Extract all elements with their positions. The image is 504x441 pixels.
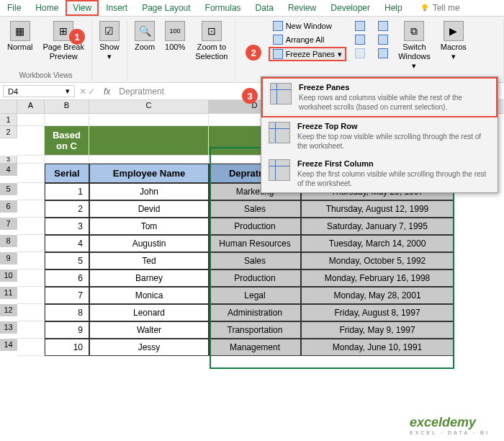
zoom-button[interactable]: 🔍 Zoom xyxy=(130,19,159,81)
cell-dept[interactable]: Transportation xyxy=(209,321,301,339)
cell-dept[interactable]: Production xyxy=(209,270,301,287)
switch-windows-button[interactable]: ⧉ Switch Windows▾ xyxy=(394,19,435,81)
cell-name[interactable]: Jessy xyxy=(89,339,209,356)
cell-serial[interactable]: 10 xyxy=(45,339,89,356)
freeze-panes-option[interactable]: Freeze PanesKeep rows and columns visibl… xyxy=(261,77,498,117)
freeze-top-row-option[interactable]: Freeze Top RowKeep the top row visible w… xyxy=(261,117,498,155)
col-header-B[interactable]: B xyxy=(45,100,89,113)
cell-serial[interactable]: 6 xyxy=(45,270,89,287)
row-header-8[interactable]: 8 xyxy=(0,235,17,247)
callout-2: 2 xyxy=(246,45,261,61)
cell-serial[interactable]: 5 xyxy=(45,252,89,270)
cell-date[interactable]: Friday, May 9, 1997 xyxy=(301,321,454,339)
cell-dept[interactable]: Sales xyxy=(209,200,301,218)
hide-button[interactable] xyxy=(351,33,369,46)
cell-name[interactable]: Leonard xyxy=(89,304,209,321)
cell-serial[interactable]: 1 xyxy=(45,183,89,200)
cell-date[interactable]: Tuesday, March 14, 2000 xyxy=(301,235,454,252)
cell-name[interactable]: Walter xyxy=(89,321,209,339)
freeze-panes-button[interactable]: Freeze Panes▾ xyxy=(269,47,346,61)
tab-file[interactable]: File xyxy=(0,0,28,16)
cell-date[interactable]: Monday, October 5, 1992 xyxy=(301,252,454,270)
row-header-3[interactable]: 3 xyxy=(0,156,17,164)
cell-dept[interactable]: Administration xyxy=(209,304,301,321)
cell-serial[interactable]: 8 xyxy=(45,304,89,321)
cell-date[interactable]: Thursday, August 12, 1999 xyxy=(301,200,454,218)
sync-scroll-button[interactable] xyxy=(374,33,392,46)
cell-name[interactable]: Tom xyxy=(89,218,209,235)
freeze-first-column-option[interactable]: Freeze First ColumnKeep the first column… xyxy=(261,155,498,192)
cell[interactable] xyxy=(17,114,45,126)
cell-serial[interactable]: 9 xyxy=(45,321,89,339)
cell-name[interactable]: Augustin xyxy=(89,235,209,252)
tab-developer[interactable]: Developer xyxy=(323,0,377,16)
fx-button[interactable]: fx xyxy=(104,86,110,97)
zoom-to-selection-button[interactable]: ⊡ Zoom to Selection xyxy=(191,19,232,81)
row-header-10[interactable]: 10 xyxy=(0,270,17,282)
header-name[interactable]: Employee Name xyxy=(89,164,209,183)
zoom-100-button[interactable]: 100 100% xyxy=(161,19,189,81)
cell-serial[interactable]: 7 xyxy=(45,287,89,304)
tab-data[interactable]: Data xyxy=(248,0,281,16)
cell-name[interactable]: Barney xyxy=(89,270,209,287)
cell-date[interactable]: Friday, August 8, 1997 xyxy=(301,304,454,321)
new-window-button[interactable]: New Window xyxy=(269,19,346,32)
col-header-A[interactable]: A xyxy=(17,100,45,113)
chevron-down-icon[interactable]: ▾ xyxy=(66,86,70,96)
macros-button[interactable]: ▶ Macros▾ xyxy=(436,19,471,81)
cell-dept[interactable]: Human Resources xyxy=(209,235,301,252)
cell-date[interactable]: Monday, June 10, 1991 xyxy=(301,339,454,356)
page-break-preview-button[interactable]: ⊞ Page Break Preview xyxy=(38,19,88,71)
row-header-5[interactable]: 5 xyxy=(0,183,17,195)
cell[interactable] xyxy=(45,114,89,126)
tab-formulas[interactable]: Formulas xyxy=(198,0,248,16)
cell-name[interactable]: John xyxy=(89,183,209,200)
row-header-13[interactable]: 13 xyxy=(0,321,17,334)
cell-date[interactable]: Saturday, January 7, 1995 xyxy=(301,218,454,235)
enter-icon[interactable]: ✓ xyxy=(88,86,95,97)
row-header-12[interactable]: 12 xyxy=(0,304,17,316)
row-header-6[interactable]: 6 xyxy=(0,200,17,213)
cell-date[interactable]: Monday, February 16, 1998 xyxy=(301,270,454,287)
row-header-11[interactable]: 11 xyxy=(0,287,17,299)
view-side-button[interactable] xyxy=(374,19,392,32)
cell-serial[interactable]: 2 xyxy=(45,200,89,218)
cell-dept[interactable]: Sales xyxy=(209,252,301,270)
row-header-9[interactable]: 9 xyxy=(0,252,17,264)
tab-home[interactable]: Home xyxy=(28,0,66,16)
row-header-7[interactable]: 7 xyxy=(0,218,17,230)
tab-review[interactable]: Review xyxy=(281,0,323,16)
cell-name[interactable]: Ted xyxy=(89,252,209,270)
cell-name[interactable]: Monica xyxy=(89,287,209,304)
cell-serial[interactable]: 4 xyxy=(45,235,89,252)
row-header-4[interactable]: 4 xyxy=(0,164,17,176)
cell-dept[interactable]: Legal xyxy=(209,287,301,304)
title-band[interactable]: Based on C xyxy=(45,126,89,156)
row-header-2[interactable]: 2 xyxy=(0,126,17,138)
tab-help[interactable]: Help xyxy=(377,0,410,16)
cell-name[interactable]: Devid xyxy=(89,200,209,218)
normal-view-button[interactable]: ▦ Normal xyxy=(3,19,37,71)
cell[interactable] xyxy=(17,126,45,156)
header-serial[interactable]: Serial xyxy=(45,164,89,183)
unhide-button[interactable] xyxy=(351,47,369,60)
reset-window-button[interactable] xyxy=(374,47,392,60)
arrange-all-button[interactable]: Arrange All xyxy=(269,33,346,46)
cell[interactable] xyxy=(89,114,209,126)
split-button[interactable] xyxy=(351,19,369,32)
row-header-1[interactable]: 1 xyxy=(0,114,17,126)
tell-me-search[interactable]: Tell me xyxy=(413,0,467,16)
select-all-triangle[interactable] xyxy=(0,100,17,113)
cell-dept[interactable]: Management xyxy=(209,339,301,356)
col-header-C[interactable]: C xyxy=(89,100,209,113)
cell-date[interactable]: Monday, May 28, 2001 xyxy=(301,287,454,304)
tab-page-layout[interactable]: Page Layout xyxy=(135,0,197,16)
name-box[interactable]: D4 ▾ xyxy=(3,85,75,97)
cell-dept[interactable]: Production xyxy=(209,218,301,235)
cell-serial[interactable]: 3 xyxy=(45,218,89,235)
cancel-icon[interactable]: ✕ xyxy=(79,86,86,97)
row-header-14[interactable]: 14 xyxy=(0,339,17,351)
tab-insert[interactable]: Insert xyxy=(99,0,135,16)
tab-view[interactable]: View xyxy=(66,0,99,16)
show-button[interactable]: ☑ Show ▾ xyxy=(95,19,124,81)
